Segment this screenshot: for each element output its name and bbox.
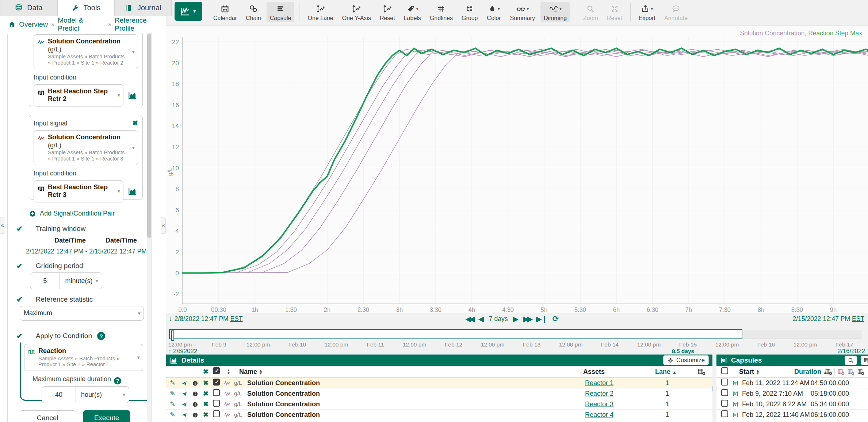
capsule-row-4[interactable]: Feb 12, 2022 11:40 AM 06:16:00.000 (716, 410, 868, 420)
timezone-link[interactable]: EST (230, 315, 243, 322)
column-name[interactable]: Name ▲▼ (239, 368, 263, 375)
apply-condition-select[interactable]: Reaction Sample Assets » Batch Products … (24, 344, 143, 371)
row-checkbox[interactable] (213, 410, 220, 417)
toolbar-button-labels[interactable]: ▾Labels (401, 2, 424, 22)
tab-data[interactable]: Data (0, 0, 57, 16)
row-checkbox[interactable] (213, 389, 220, 396)
sort-icon[interactable]: ▲▼ (259, 369, 263, 375)
info-icon[interactable] (192, 401, 198, 407)
investigate-range-end[interactable]: 2/16/2022 (837, 348, 865, 355)
info-icon[interactable] (192, 412, 198, 418)
input-condition-select-2[interactable]: Best Reaction Step Rctr 3 ▾ (34, 180, 123, 202)
scrollbar-thumb[interactable] (147, 34, 151, 238)
toolbar-button-calendar[interactable]: Calendar (210, 2, 240, 22)
details-row-4[interactable]: ✎ ✖ g/L Solution Concentration Reactor 4… (166, 410, 712, 420)
step-forward-full-icon[interactable]: ▶▶ (523, 315, 531, 323)
select-all-capsules-checkbox[interactable] (721, 367, 728, 374)
toolbar-button-dimming[interactable]: ▾Dimming (540, 2, 570, 22)
legend-profile[interactable]: Reaction Step Max (808, 30, 862, 37)
timebar-selected-range[interactable] (169, 329, 742, 339)
send-icon[interactable] (181, 412, 187, 418)
row-checkbox[interactable] (213, 379, 220, 386)
add-column-icon[interactable] (697, 368, 706, 376)
toolbar-button-summary[interactable]: ▾Summary (506, 2, 538, 22)
select-all-checkbox[interactable] (213, 367, 220, 374)
preview-chart-button[interactable] (127, 186, 138, 196)
edit-icon[interactable]: ✎ (170, 390, 175, 398)
toolbar-button-color[interactable]: ▾Color (483, 2, 504, 22)
remove-icon[interactable]: ✖ (203, 390, 209, 398)
duration-label[interactable]: 7 days (489, 315, 508, 323)
signal-name[interactable]: Solution Concentration (247, 390, 320, 398)
details-row-1[interactable]: ✎ ✖ g/L Solution Concentration Reactor 1… (166, 378, 712, 388)
remove-all-icon[interactable]: ✖ (203, 368, 209, 376)
display-range-end[interactable]: 2/15/2022 12:47 PM EST (792, 315, 864, 323)
capsule-filter-button[interactable] (861, 356, 868, 365)
customize-button[interactable]: Customize (663, 355, 709, 365)
column-duration[interactable]: Duration ▲ (794, 368, 827, 375)
breadcrumb-reference-profile[interactable]: Reference Profile (115, 16, 166, 32)
add-stat-column-icon[interactable] (837, 368, 845, 375)
edit-icon[interactable]: ✎ (170, 411, 175, 419)
timebar-left-handle[interactable] (171, 330, 174, 341)
toolbar-button-export[interactable]: ▾Export (635, 2, 659, 22)
trend-chart[interactable]: -202468101214161820220.000:301h1:302h2:3… (166, 26, 868, 313)
input-condition-select-1[interactable]: Best Reaction Step Rctr 2 ▾ (34, 84, 123, 107)
capsule-checkbox[interactable] (721, 400, 728, 407)
legend-signal[interactable]: Solution Concentration (740, 30, 804, 37)
remove-pair-icon[interactable]: ✖ (132, 119, 138, 127)
column-lane[interactable]: Lane ▲ (655, 368, 677, 375)
sort-icon[interactable]: ▲▼ (227, 369, 230, 375)
tab-tools[interactable]: Tools (57, 0, 115, 16)
send-icon[interactable] (181, 401, 187, 407)
add-column-icon[interactable] (825, 368, 832, 375)
remove-icon[interactable]: ✖ (203, 379, 209, 387)
breadcrumb-overview[interactable]: Overview (19, 20, 48, 28)
toolbar-button-chain[interactable]: Chain (242, 2, 264, 22)
capsule-search-button[interactable] (845, 356, 857, 365)
add-signal-condition-pair-link[interactable]: Add Signal/Condition Pair (29, 210, 115, 217)
add-property-column-icon[interactable] (847, 368, 854, 375)
asset-link[interactable]: Reactor 4 (585, 411, 613, 419)
step-back-full-icon[interactable]: ◀◀ (466, 315, 473, 323)
capsule-row-3[interactable]: Feb 10, 2022 8:22 AM 05:34:00.000 (716, 399, 868, 410)
step-back-half-icon[interactable]: ◀ (478, 315, 484, 323)
timezone-link[interactable]: EST (852, 315, 864, 322)
tab-journal[interactable]: Journal (114, 0, 172, 16)
panel-resize-handle[interactable]: ❘❘ (712, 355, 716, 422)
toolbar-button-capsule[interactable]: Capsule (267, 2, 295, 22)
toolbar-button-reset-axes[interactable]: Reset (376, 2, 398, 22)
column-assets[interactable]: Assets (583, 368, 605, 375)
help-icon[interactable]: ? (97, 332, 105, 340)
input-signal-select-1[interactable]: Solution Concentration (g/L) Sample Asse… (34, 34, 138, 69)
breadcrumb-model-predict[interactable]: Model & Predict (58, 16, 105, 32)
input-signal-select-2[interactable]: Solution Concentration (g/L) Sample Asse… (34, 130, 138, 165)
edit-icon[interactable]: ✎ (170, 379, 175, 387)
signal-name[interactable]: Solution Concentration (247, 379, 320, 387)
preview-chart-button[interactable] (127, 90, 138, 100)
details-row-2[interactable]: ✎ ✖ g/L Solution Concentration Reactor 2… (166, 388, 712, 399)
edit-icon[interactable]: ✎ (170, 400, 175, 408)
capsule-checkbox[interactable] (721, 410, 728, 417)
capsule-row-2[interactable]: Feb 9, 2022 7:10 AM 05:18:00.000 (716, 388, 868, 399)
asset-link[interactable]: Reactor 2 (585, 390, 613, 398)
step-forward-half-icon[interactable]: ▶ (513, 315, 518, 323)
gridding-period-unit-select[interactable]: minute(s)▾ (60, 273, 102, 289)
send-icon[interactable] (181, 380, 187, 386)
chart-type-button[interactable]: ▼ (175, 2, 202, 21)
signal-name[interactable]: Solution Concentration (247, 400, 320, 408)
toolbar-button-one-lane[interactable]: One Lane (304, 2, 336, 22)
add-column-icon[interactable] (857, 368, 864, 375)
help-icon[interactable]: ? (114, 377, 121, 384)
capsule-row-1[interactable]: Feb 11, 2022 11:24 AM 04:50:00.000 (716, 378, 868, 388)
column-start[interactable]: Start ▲▼ (739, 368, 760, 375)
info-icon[interactable] (192, 380, 198, 386)
duration-value-input[interactable]: 40 (42, 387, 76, 403)
info-icon[interactable] (192, 391, 198, 397)
asset-link[interactable]: Reactor 1 (585, 379, 613, 387)
display-range-start[interactable]: ↓2/8/2022 12:47 PM EST (169, 315, 243, 323)
home-icon[interactable] (8, 20, 16, 28)
trend-plot[interactable]: -202468101214161820220.000:301h1:302h2:3… (166, 26, 868, 313)
reference-statistic-select[interactable]: Maximum ▾ (20, 306, 144, 321)
remove-icon[interactable]: ✖ (203, 400, 209, 408)
